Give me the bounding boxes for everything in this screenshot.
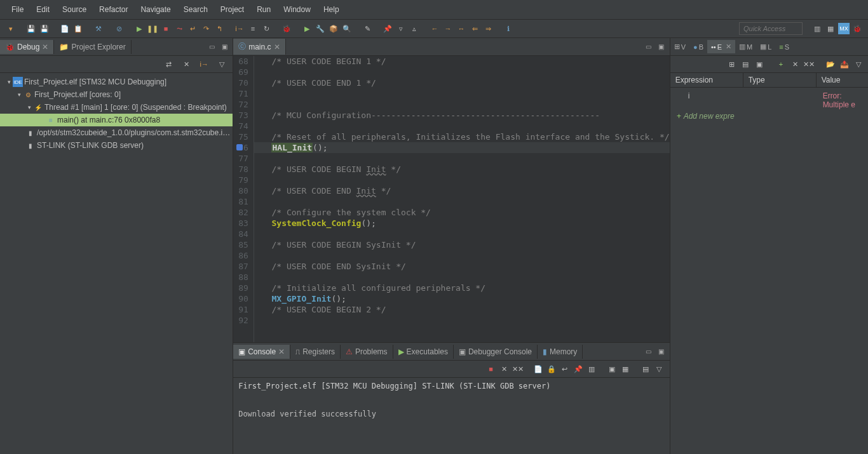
- tree-thread[interactable]: ▾ ⚡ Thread #1 [main] 1 [core: 0] (Suspen…: [0, 101, 233, 114]
- tab-debugger-console[interactable]: ▣ Debugger Console: [454, 345, 538, 359]
- nav-back-icon[interactable]: ⇐: [469, 23, 480, 34]
- last-edit-icon[interactable]: ↔: [456, 23, 467, 34]
- console-body[interactable]: First_Project.elf [STM32 MCU Debugging] …: [233, 378, 669, 454]
- next-ann-icon[interactable]: ▿: [395, 23, 407, 34]
- tree-frame[interactable]: ≡ main() at main.c:76 0x8000fa8: [0, 114, 233, 126]
- skip-bp-icon[interactable]: ⊘: [113, 23, 125, 34]
- new-icon[interactable]: ▾: [5, 23, 17, 34]
- tab-console[interactable]: ▣ Console ✕: [233, 345, 290, 359]
- close-icon[interactable]: ✕: [42, 43, 48, 51]
- persp-debug-icon[interactable]: 🐞: [851, 23, 863, 34]
- info-icon[interactable]: ℹ: [503, 23, 514, 34]
- resume-icon[interactable]: ▶: [133, 23, 145, 34]
- minimize-icon[interactable]: ▭: [207, 43, 216, 51]
- collapse-icon[interactable]: ⇄: [163, 58, 174, 70]
- persp-open-icon[interactable]: ▥: [811, 23, 823, 34]
- tree-project[interactable]: ▾ ⚙ First_Project.elf [cores: 0]: [0, 88, 233, 101]
- prev-ann-icon[interactable]: ▵: [409, 23, 420, 34]
- remove-expr-icon[interactable]: ✕: [789, 58, 801, 70]
- add-expr-icon[interactable]: +: [775, 58, 787, 70]
- code-editor[interactable]: 6869707172737475767778798081828384858687…: [233, 56, 669, 342]
- clear-icon[interactable]: 📄: [532, 363, 544, 375]
- menu-file[interactable]: File: [5, 3, 30, 17]
- persp-c-icon[interactable]: ▦: [825, 23, 836, 34]
- reset-icon[interactable]: ↻: [261, 23, 272, 34]
- saveall-icon[interactable]: 💾: [39, 23, 50, 34]
- fwd-icon[interactable]: →: [442, 23, 454, 34]
- import-icon[interactable]: 📂: [825, 58, 836, 70]
- col-value[interactable]: Value: [817, 73, 868, 87]
- maximize-icon[interactable]: ▣: [657, 347, 666, 356]
- menu-edit[interactable]: Edit: [30, 3, 56, 17]
- tab-project-explorer[interactable]: 📁 Project Explorer: [54, 40, 131, 54]
- tree-plugin[interactable]: ▮ /opt/st/stm32cubeide_1.0.0/plugins/com…: [0, 126, 233, 139]
- wrap-icon[interactable]: ↩: [559, 363, 571, 375]
- disconnect-icon[interactable]: ⤳: [173, 23, 185, 34]
- tab-memory[interactable]: ▮ Memory: [538, 345, 583, 359]
- toggle-icon[interactable]: ✎: [362, 23, 373, 34]
- col-type[interactable]: Type: [743, 73, 817, 87]
- back-icon[interactable]: ←: [429, 23, 440, 34]
- add-expression-row[interactable]: + Add new expre: [673, 110, 865, 122]
- tab-registers[interactable]: ⎍ Registers: [290, 345, 341, 359]
- display-icon[interactable]: ▥: [586, 363, 597, 375]
- export-icon[interactable]: 📤: [839, 58, 850, 70]
- minitab-v[interactable]: ⊞V: [670, 40, 689, 53]
- col-expression[interactable]: Expression: [670, 73, 743, 87]
- pin-console-icon[interactable]: 📌: [573, 363, 584, 375]
- config-icon[interactable]: 📋: [72, 23, 84, 34]
- console2-icon[interactable]: ▦: [620, 363, 631, 375]
- menu-search[interactable]: Search: [177, 3, 214, 17]
- maximize-icon[interactable]: ▣: [657, 43, 666, 51]
- nav-fwd-icon[interactable]: ⇒: [482, 23, 494, 34]
- new-console-icon[interactable]: ▤: [640, 363, 651, 375]
- tab-debug[interactable]: 🐞 Debug ✕: [0, 40, 54, 54]
- save-icon[interactable]: 💾: [25, 23, 37, 34]
- tab-executables[interactable]: ▶ Executables: [393, 345, 454, 359]
- minitab-l[interactable]: ▦L: [756, 40, 775, 53]
- menu-run[interactable]: Run: [250, 3, 277, 17]
- pause-icon[interactable]: ❚❚: [147, 23, 158, 34]
- tree-stlink[interactable]: ▮ ST-LINK (ST-LINK GDB server): [0, 139, 233, 152]
- close-icon[interactable]: ✕: [274, 43, 280, 51]
- menu-help[interactable]: Help: [317, 3, 346, 17]
- menu-refactor[interactable]: Refactor: [93, 3, 134, 17]
- pin-icon[interactable]: 📌: [382, 23, 393, 34]
- ext-tools-icon[interactable]: 🔧: [315, 23, 326, 34]
- breakpoint-marker[interactable]: [236, 144, 243, 150]
- build-icon[interactable]: ⚒: [93, 23, 104, 34]
- close-icon[interactable]: ✕: [726, 43, 731, 51]
- stop-icon[interactable]: ■: [160, 23, 172, 34]
- editor-tab-main[interactable]: ⓒ main.c ✕: [233, 39, 285, 55]
- menu-icon[interactable]: ▽: [653, 363, 665, 375]
- removeall-expr-icon[interactable]: ✕✕: [803, 58, 815, 70]
- collapse-expr-icon[interactable]: ▣: [754, 58, 765, 70]
- quick-access-input[interactable]: [739, 22, 803, 35]
- view-menu-icon[interactable]: ▽: [853, 58, 864, 70]
- menu-window[interactable]: Window: [277, 3, 317, 17]
- debug-run-icon[interactable]: 🐞: [281, 23, 292, 34]
- menu-source[interactable]: Source: [56, 3, 93, 17]
- run-icon[interactable]: ▶: [301, 23, 313, 34]
- code-area[interactable]: /* USER CODE BEGIN 1 */ /* USER CODE END…: [254, 56, 670, 342]
- edit-icon[interactable]: 📄: [59, 23, 71, 34]
- step-return-icon[interactable]: ↰: [214, 23, 225, 34]
- close-icon[interactable]: ✕: [278, 347, 285, 356]
- minitab-m[interactable]: ▥M: [735, 40, 756, 53]
- expr-row[interactable]: i Error: Multiple e: [673, 90, 865, 110]
- tree-view-icon[interactable]: ⊞: [726, 58, 737, 70]
- search-tb-icon[interactable]: 🔍: [341, 23, 353, 34]
- runto-icon[interactable]: ≡: [247, 23, 259, 34]
- minitab-s[interactable]: ≡S: [775, 41, 793, 53]
- instr-step-icon[interactable]: i→: [234, 23, 245, 34]
- removeall-icon[interactable]: ✕✕: [512, 363, 524, 375]
- maximize-icon[interactable]: ▣: [220, 43, 229, 51]
- menu-navigate[interactable]: Navigate: [134, 3, 177, 17]
- step-mode-icon[interactable]: i→: [198, 58, 210, 70]
- detail-icon[interactable]: ▤: [740, 58, 751, 70]
- tree-launch[interactable]: ▾ IDE First_Project.elf [STM32 MCU Debug…: [0, 76, 233, 88]
- scroll-lock-icon[interactable]: 🔒: [546, 363, 557, 375]
- remove-icon[interactable]: ✕: [499, 363, 510, 375]
- menu-project[interactable]: Project: [214, 3, 250, 17]
- settings-icon[interactable]: ✕: [180, 58, 192, 70]
